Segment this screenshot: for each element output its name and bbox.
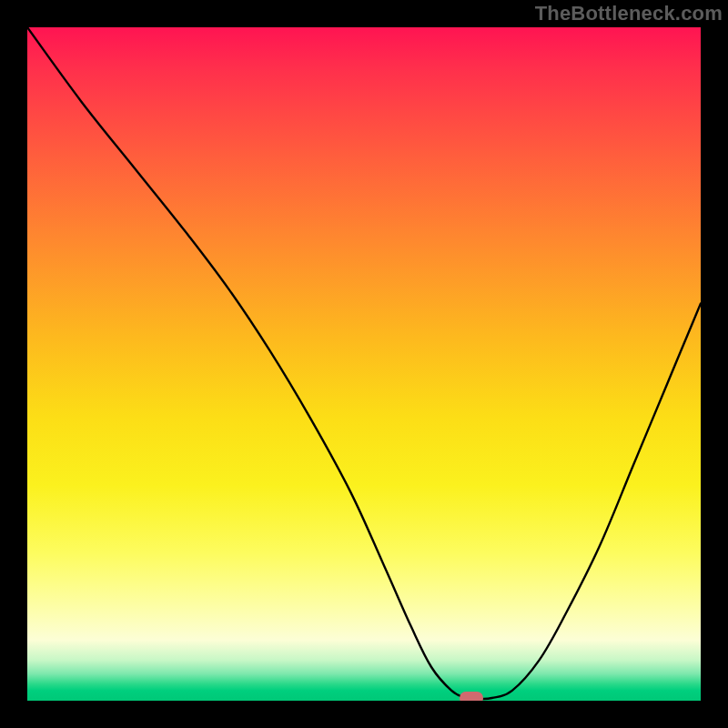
- optimal-marker: [460, 692, 483, 701]
- chart-frame: TheBottleneck.com: [0, 0, 728, 728]
- bottleneck-curve: [27, 27, 701, 701]
- plot-area: [27, 27, 701, 701]
- curve-path: [27, 27, 701, 699]
- watermark-text: TheBottleneck.com: [535, 2, 723, 25]
